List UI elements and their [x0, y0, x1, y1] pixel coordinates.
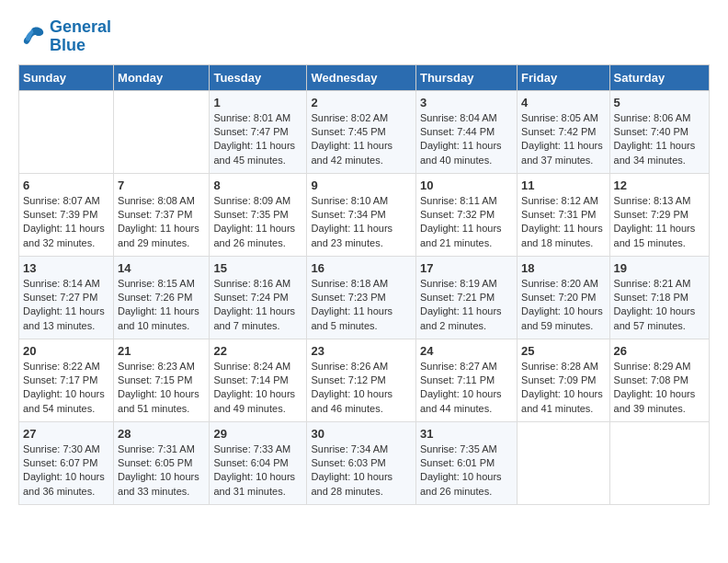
calendar-cell: 17Sunrise: 8:19 AMSunset: 7:21 PMDayligh… — [415, 256, 517, 339]
day-info-line: Sunrise: 8:06 AM — [614, 112, 691, 123]
calendar-cell: 31Sunrise: 7:35 AMSunset: 6:01 PMDayligh… — [415, 421, 517, 504]
day-info-line: Sunrise: 8:27 AM — [420, 361, 497, 372]
day-info-line: Sunrise: 7:31 AM — [118, 443, 195, 454]
calendar-cell: 4Sunrise: 8:05 AMSunset: 7:42 PMDaylight… — [518, 90, 609, 173]
day-info: Sunrise: 8:02 AMSunset: 7:45 PMDaylight:… — [311, 111, 412, 168]
day-number: 14 — [118, 261, 205, 275]
calendar-cell: 28Sunrise: 7:31 AMSunset: 6:05 PMDayligh… — [114, 421, 210, 504]
day-header-friday: Friday — [518, 64, 609, 90]
calendar-table: SundayMondayTuesdayWednesdayThursdayFrid… — [18, 64, 710, 505]
day-info-line: Daylight: 10 hours and 41 minutes. — [521, 388, 603, 413]
day-number: 9 — [311, 178, 412, 192]
day-number: 8 — [213, 178, 302, 192]
day-info: Sunrise: 8:15 AMSunset: 7:26 PMDaylight:… — [118, 277, 205, 334]
day-info-line: Sunset: 7:23 PM — [311, 292, 385, 303]
day-info-line: Sunrise: 7:34 AM — [311, 443, 388, 454]
day-info-line: Daylight: 10 hours and 39 minutes. — [614, 388, 696, 413]
calendar-week-row: 20Sunrise: 8:22 AMSunset: 7:17 PMDayligh… — [19, 339, 710, 421]
day-info-line: Daylight: 11 hours and 5 minutes. — [311, 305, 392, 330]
day-info-line: Daylight: 11 hours and 13 minutes. — [23, 305, 105, 330]
day-number: 31 — [420, 427, 513, 441]
calendar-cell: 26Sunrise: 8:29 AMSunset: 7:08 PMDayligh… — [609, 339, 709, 421]
day-info-line: Sunrise: 7:35 AM — [420, 443, 497, 454]
day-info-line: Sunrise: 8:21 AM — [614, 278, 691, 289]
day-info: Sunrise: 8:05 AMSunset: 7:42 PMDaylight:… — [521, 111, 605, 168]
calendar-cell: 16Sunrise: 8:18 AMSunset: 7:23 PMDayligh… — [307, 256, 416, 339]
day-info-line: Daylight: 10 hours and 51 minutes. — [118, 388, 199, 413]
day-info: Sunrise: 8:28 AMSunset: 7:09 PMDaylight:… — [521, 360, 605, 417]
day-info-line: Daylight: 10 hours and 59 minutes. — [521, 305, 603, 330]
day-info-line: Sunset: 7:15 PM — [118, 374, 192, 385]
day-info-line: Sunset: 7:42 PM — [521, 126, 596, 137]
calendar-week-row: 27Sunrise: 7:30 AMSunset: 6:07 PMDayligh… — [19, 421, 710, 504]
calendar-week-row: 1Sunrise: 8:01 AMSunset: 7:47 PMDaylight… — [19, 90, 710, 173]
day-info-line: Sunset: 6:05 PM — [118, 457, 192, 468]
day-info-line: Daylight: 11 hours and 37 minutes. — [521, 140, 603, 165]
day-info-line: Sunset: 6:04 PM — [213, 457, 288, 468]
calendar-cell: 6Sunrise: 8:07 AMSunset: 7:39 PMDaylight… — [19, 173, 114, 256]
day-header-saturday: Saturday — [609, 64, 709, 90]
day-info-line: Sunset: 7:27 PM — [23, 292, 97, 303]
day-info-line: Daylight: 10 hours and 28 minutes. — [311, 471, 392, 496]
day-info-line: Sunrise: 8:26 AM — [311, 361, 388, 372]
day-info-line: Sunrise: 8:20 AM — [521, 278, 598, 289]
day-number: 6 — [23, 178, 109, 192]
day-info-line: Sunrise: 8:15 AM — [118, 278, 195, 289]
day-info-line: Sunrise: 8:04 AM — [420, 112, 497, 123]
calendar-cell — [609, 421, 709, 504]
calendar-cell: 11Sunrise: 8:12 AMSunset: 7:31 PMDayligh… — [518, 173, 609, 256]
day-info: Sunrise: 8:09 AMSunset: 7:35 PMDaylight:… — [213, 194, 302, 251]
day-number: 20 — [23, 344, 109, 358]
day-info-line: Sunrise: 7:33 AM — [213, 443, 290, 454]
day-info: Sunrise: 8:29 AMSunset: 7:08 PMDaylight:… — [614, 360, 705, 417]
calendar-week-row: 13Sunrise: 8:14 AMSunset: 7:27 PMDayligh… — [19, 256, 710, 339]
day-info-line: Sunrise: 8:02 AM — [311, 112, 388, 123]
day-info-line: Daylight: 11 hours and 40 minutes. — [420, 140, 502, 165]
calendar-cell: 24Sunrise: 8:27 AMSunset: 7:11 PMDayligh… — [415, 339, 517, 421]
calendar-cell: 1Sunrise: 8:01 AMSunset: 7:47 PMDaylight… — [210, 90, 307, 173]
day-info: Sunrise: 8:14 AMSunset: 7:27 PMDaylight:… — [23, 277, 109, 334]
day-info: Sunrise: 8:16 AMSunset: 7:24 PMDaylight:… — [213, 277, 302, 334]
calendar-cell: 5Sunrise: 8:06 AMSunset: 7:40 PMDaylight… — [609, 90, 709, 173]
day-number: 16 — [311, 261, 412, 275]
day-info-line: Daylight: 10 hours and 26 minutes. — [420, 471, 502, 496]
day-info-line: Sunset: 6:07 PM — [23, 457, 97, 468]
calendar-cell: 23Sunrise: 8:26 AMSunset: 7:12 PMDayligh… — [307, 339, 416, 421]
day-info-line: Daylight: 10 hours and 57 minutes. — [614, 305, 696, 330]
day-info-line: Sunset: 7:20 PM — [521, 292, 596, 303]
calendar-cell: 25Sunrise: 8:28 AMSunset: 7:09 PMDayligh… — [518, 339, 609, 421]
day-number: 26 — [614, 344, 705, 358]
day-info: Sunrise: 8:19 AMSunset: 7:21 PMDaylight:… — [420, 277, 513, 334]
day-info: Sunrise: 8:07 AMSunset: 7:39 PMDaylight:… — [23, 194, 109, 251]
day-info-line: Daylight: 11 hours and 42 minutes. — [311, 140, 392, 165]
calendar-cell — [114, 90, 210, 173]
day-info: Sunrise: 8:04 AMSunset: 7:44 PMDaylight:… — [420, 111, 513, 168]
day-info: Sunrise: 8:13 AMSunset: 7:29 PMDaylight:… — [614, 194, 705, 251]
day-number: 11 — [521, 178, 605, 192]
day-number: 1 — [213, 96, 302, 109]
day-info-line: Sunset: 7:21 PM — [420, 292, 495, 303]
day-info-line: Sunrise: 8:08 AM — [118, 195, 195, 206]
day-info-line: Sunset: 7:35 PM — [213, 209, 288, 220]
day-info-line: Daylight: 11 hours and 7 minutes. — [213, 305, 295, 330]
day-number: 29 — [213, 427, 302, 441]
day-info-line: Sunrise: 8:13 AM — [614, 195, 691, 206]
day-info-line: Sunset: 7:40 PM — [614, 126, 688, 137]
day-info-line: Sunset: 7:44 PM — [420, 126, 495, 137]
day-number: 19 — [614, 261, 705, 275]
day-info-line: Daylight: 11 hours and 2 minutes. — [420, 305, 502, 330]
day-info-line: Daylight: 11 hours and 26 minutes. — [213, 223, 295, 247]
day-info-line: Sunrise: 8:11 AM — [420, 195, 497, 206]
day-info-line: Sunrise: 8:01 AM — [213, 112, 290, 123]
day-number: 5 — [614, 96, 705, 109]
day-info-line: Sunset: 7:29 PM — [614, 209, 688, 220]
calendar-cell: 18Sunrise: 8:20 AMSunset: 7:20 PMDayligh… — [518, 256, 609, 339]
day-number: 22 — [213, 344, 302, 358]
day-info-line: Daylight: 10 hours and 49 minutes. — [213, 388, 295, 413]
day-info-line: Sunset: 7:39 PM — [23, 209, 97, 220]
day-info: Sunrise: 8:20 AMSunset: 7:20 PMDaylight:… — [521, 277, 605, 334]
calendar-cell: 14Sunrise: 8:15 AMSunset: 7:26 PMDayligh… — [114, 256, 210, 339]
day-info-line: Sunrise: 8:18 AM — [311, 278, 388, 289]
day-number: 13 — [23, 261, 109, 275]
day-info-line: Sunset: 6:01 PM — [420, 457, 495, 468]
